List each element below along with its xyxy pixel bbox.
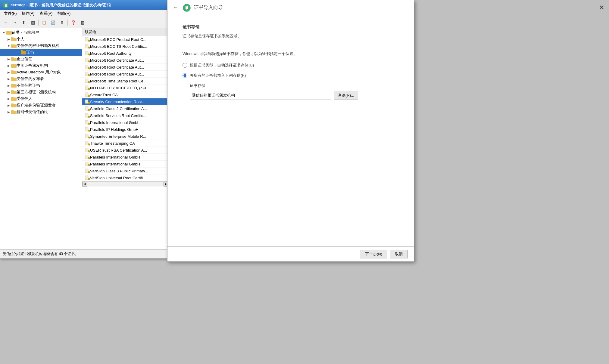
- cert-item-label: Parallels International GmbH: [90, 162, 140, 166]
- next-button[interactable]: 下一步(N): [360, 250, 387, 258]
- tree-item-intermediate[interactable]: ▶ 中间证书颁发机构: [0, 62, 82, 69]
- toolbar-separator-2: [67, 20, 68, 26]
- export-button[interactable]: ⬆: [58, 19, 66, 26]
- store-input[interactable]: [190, 91, 331, 100]
- tree-toggle-enterprise[interactable]: ▶: [6, 57, 11, 61]
- list-item[interactable]: Microsoft Time Stamp Root Ce...: [82, 78, 168, 85]
- list-item[interactable]: Starfield Class 2 Certification A...: [82, 105, 168, 112]
- menu-file[interactable]: 文件(F): [2, 10, 19, 17]
- tree-item-people[interactable]: ▶ 受信任人: [0, 95, 82, 102]
- tree-toggle-publishers[interactable]: ▶: [6, 76, 11, 81]
- svg-rect-60: [85, 93, 88, 97]
- list-item[interactable]: Parallels International Gmbh: [82, 119, 168, 126]
- svg-rect-40: [85, 58, 88, 62]
- refresh-button[interactable]: 🔄: [49, 19, 57, 26]
- list-item[interactable]: Microsoft Root Certificate Aut...: [82, 64, 168, 71]
- tree-item-enterprise[interactable]: ▶ 企业信任: [0, 56, 82, 62]
- cert-icon: [85, 168, 90, 173]
- list-item[interactable]: VeriSign Universal Root Certifi...: [82, 174, 168, 181]
- radio-auto-input[interactable]: [183, 63, 187, 68]
- tree-item-untrusted[interactable]: ▶ 不信任的证书: [0, 82, 82, 89]
- cert-icon: [85, 148, 90, 153]
- list-item[interactable]: Microsoft ECC Product Root C...: [82, 36, 168, 43]
- list-item[interactable]: NO LIABILITY ACCEPTED, (c)9...: [82, 85, 168, 91]
- view-button[interactable]: ▦: [29, 19, 37, 26]
- list-item[interactable]: VeriSign Class 3 Public Primary...: [82, 168, 168, 174]
- tree-toggle-thirdparty[interactable]: ▶: [6, 90, 11, 94]
- status-text: 受信任的根证书颁发机构 存储含有 43 个证书。: [3, 251, 78, 257]
- cert-item-label: Microsoft Root Certificate Aut...: [90, 58, 144, 63]
- menu-view[interactable]: 查看(V): [37, 10, 55, 17]
- tree-toggle-untrusted[interactable]: ▶: [6, 83, 11, 88]
- svg-line-50: [88, 76, 88, 76]
- svg-line-86: [88, 138, 88, 139]
- svg-text:📋: 📋: [4, 3, 8, 7]
- tree-toggle-client-auth[interactable]: ▶: [6, 103, 11, 108]
- tree-item-certs[interactable]: ▶ 证书: [0, 49, 82, 56]
- tree-item-personal[interactable]: ▶ 个人: [0, 36, 82, 42]
- horizontal-scrollbar[interactable]: ◀ ▶: [82, 181, 168, 186]
- list-item[interactable]: Parallels International GmbH: [82, 154, 168, 161]
- grid-button[interactable]: ▦: [78, 19, 86, 26]
- tree-toggle-intermediate[interactable]: ▶: [6, 63, 11, 68]
- list-item[interactable]: Microsoft ECC TS Root Certific...: [82, 43, 168, 50]
- tree-item-publishers[interactable]: ▶ 受信任的发布者: [0, 76, 82, 82]
- svg-line-70: [88, 110, 88, 111]
- radio-manual-input[interactable]: [183, 73, 187, 78]
- list-item[interactable]: Symantec Enterprise Mobile R...: [82, 133, 168, 140]
- list-header: 颁发给: [82, 28, 168, 36]
- menu-bar: 文件(F) 操作(A) 查看(V) 帮助(H): [0, 10, 168, 17]
- tree-item-thirdparty[interactable]: ▶ 第三方根证书颁发机构: [0, 89, 82, 95]
- list-item[interactable]: USERTrust RSA Certification A...: [82, 147, 168, 154]
- menu-help[interactable]: 帮助(H): [55, 10, 73, 17]
- svg-rect-7: [11, 44, 14, 45]
- list-item[interactable]: Microsoft Root Certificate Aut...: [82, 71, 168, 78]
- help-button[interactable]: ❓: [69, 19, 77, 26]
- svg-rect-25: [11, 103, 14, 105]
- svg-rect-9: [21, 50, 23, 51]
- list-item[interactable]: Microsoft Root Authority: [82, 50, 168, 57]
- tree-toggle-ad[interactable]: ▶: [6, 70, 11, 75]
- svg-line-74: [88, 117, 88, 118]
- tree-toggle-smartcard[interactable]: ▶: [6, 110, 11, 114]
- forward-button[interactable]: →: [11, 19, 19, 26]
- list-item[interactable]: Starfield Services Root Certific...: [82, 112, 168, 119]
- publishers-folder-icon: [11, 76, 17, 81]
- cancel-button[interactable]: 取消: [390, 250, 408, 258]
- tree-item-ad[interactable]: ▶ Active Directory 用户对象: [0, 69, 82, 76]
- list-item[interactable]: Parallels IP Holdings GmbH: [82, 126, 168, 133]
- tree-toggle-personal[interactable]: ▶: [6, 37, 11, 42]
- cert-item-label: USERTrust RSA Certification A...: [90, 148, 147, 153]
- browse-button[interactable]: 浏览(R)...: [334, 91, 358, 100]
- client-auth-folder-icon: [11, 103, 17, 108]
- screen-close-button[interactable]: ✕: [597, 3, 606, 12]
- cert-item-label: Microsoft ECC Product Root C...: [90, 37, 146, 42]
- copy-button[interactable]: 📋: [40, 19, 48, 26]
- tree-item-trusted-root[interactable]: ▼ 受信任的根证书颁发机构: [0, 42, 82, 49]
- tree-root[interactable]: ▼ 证书 - 当前用户: [0, 29, 82, 36]
- list-item[interactable]: Parallels International GmbH: [82, 161, 168, 168]
- svg-rect-72: [85, 113, 88, 117]
- tree-item-client-auth[interactable]: ▶ 客户端身份验证颁发者: [0, 102, 82, 109]
- svg-line-31: [89, 41, 90, 42]
- cert-item-label: Starfield Services Root Certific...: [90, 113, 146, 118]
- people-folder-icon: [11, 96, 17, 101]
- svg-rect-28: [85, 37, 88, 41]
- back-button[interactable]: ←: [2, 19, 10, 26]
- tree-toggle-people[interactable]: ▶: [6, 96, 11, 101]
- list-item[interactable]: Microsoft Root Certificate Aut...: [82, 57, 168, 64]
- list-item[interactable]: Security Communication Root...: [82, 98, 168, 105]
- tree-item-smartcard[interactable]: ▶ 智能卡受信任的根: [0, 109, 82, 115]
- svg-line-62: [88, 97, 88, 97]
- tree-toggle-root[interactable]: ▼: [2, 30, 6, 35]
- wizard-back-button[interactable]: ←: [171, 4, 180, 11]
- wizard-footer: 下一步(N) 取消: [167, 246, 414, 261]
- menu-action[interactable]: 操作(A): [19, 10, 37, 17]
- main-content: ▼ 证书 - 当前用户 ▶ 个人 ▼: [0, 28, 168, 249]
- list-item[interactable]: Thawte Timestamping CA: [82, 140, 168, 147]
- scroll-left-arrow[interactable]: ◀: [82, 182, 87, 187]
- up-button[interactable]: ⬆: [20, 19, 28, 26]
- tree-toggle-trusted[interactable]: ▼: [6, 43, 11, 48]
- list-item[interactable]: SecureTrust CA: [82, 91, 168, 98]
- svg-rect-92: [85, 148, 88, 152]
